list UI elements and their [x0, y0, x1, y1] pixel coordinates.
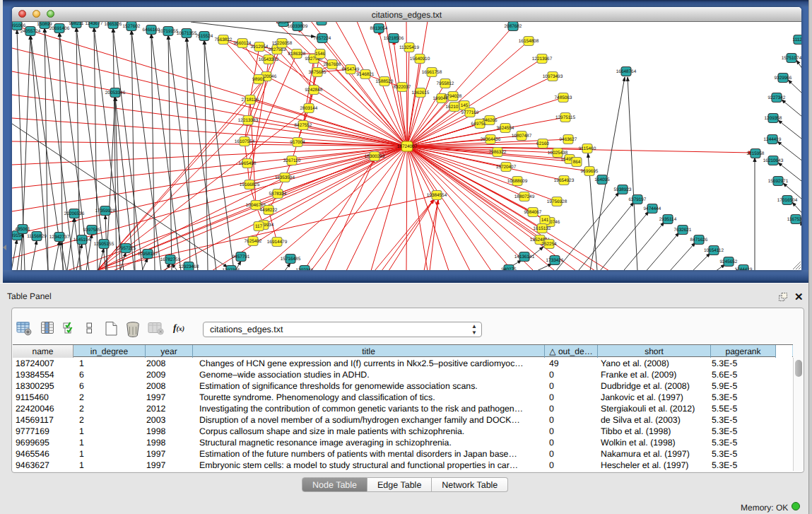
svg-text:5878334: 5878334 — [269, 192, 287, 197]
svg-text:20691406: 20691406 — [49, 26, 70, 31]
svg-text:19756928: 19756928 — [547, 199, 567, 204]
svg-text:12905155: 12905155 — [94, 242, 114, 247]
svg-text:9699695: 9699695 — [581, 169, 599, 174]
svg-text:19218506: 19218506 — [384, 36, 404, 41]
svg-text:9463627: 9463627 — [560, 137, 577, 142]
svg-text:8186328: 8186328 — [288, 52, 306, 57]
svg-text:16961758: 16961758 — [422, 70, 442, 75]
svg-text:17359928: 17359928 — [95, 209, 116, 214]
svg-text:15640910: 15640910 — [410, 57, 430, 62]
svg-text:8813054: 8813054 — [370, 26, 388, 31]
svg-text:20206536: 20206536 — [64, 211, 85, 216]
svg-text:8427552: 8427552 — [295, 123, 312, 128]
svg-text:2867608: 2867608 — [324, 62, 341, 67]
svg-text:252254: 252254 — [541, 242, 557, 247]
svg-text:1588520: 1588520 — [376, 79, 394, 84]
svg-text:16648764: 16648764 — [616, 69, 637, 74]
svg-text:16107554: 16107554 — [235, 139, 255, 144]
svg-text:7632621: 7632621 — [674, 228, 692, 233]
svg-text:7857224: 7857224 — [314, 36, 331, 41]
svg-text:2803144: 2803144 — [300, 106, 318, 111]
svg-text:8454749: 8454749 — [342, 67, 360, 72]
svg-text:9474444: 9474444 — [644, 206, 661, 211]
svg-text:98901: 98901 — [252, 77, 265, 82]
svg-text:7563822: 7563822 — [215, 37, 233, 42]
svg-text:8471626: 8471626 — [690, 238, 708, 243]
svg-text:1244419: 1244419 — [735, 267, 753, 270]
svg-text:9827503: 9827503 — [269, 47, 286, 52]
svg-text:10958137: 10958137 — [138, 252, 158, 257]
svg-text:6379197: 6379197 — [629, 197, 647, 202]
svg-text:1546: 1546 — [315, 52, 326, 57]
svg-text:16210643: 16210643 — [763, 158, 784, 163]
svg-text:1065326: 1065326 — [105, 22, 122, 27]
svg-text:2991066: 2991066 — [12, 23, 26, 28]
svg-text:18724007: 18724007 — [397, 144, 418, 149]
svg-text:9777169: 9777169 — [461, 110, 479, 115]
svg-text:9115460: 9115460 — [579, 146, 596, 151]
svg-text:435061: 435061 — [15, 227, 30, 232]
svg-text:4498222: 4498222 — [260, 208, 278, 213]
svg-text:16782759: 16782759 — [160, 257, 181, 262]
svg-text:10688609: 10688609 — [507, 179, 528, 184]
svg-text:18807249: 18807249 — [514, 194, 535, 199]
svg-text:10807487: 10807487 — [512, 134, 532, 139]
svg-text:11156829: 11156829 — [27, 234, 47, 239]
svg-text:1209358: 1209358 — [765, 116, 782, 121]
svg-text:11123: 11123 — [793, 37, 801, 42]
svg-text:3875685: 3875685 — [309, 70, 326, 75]
svg-text:24055724: 24055724 — [20, 29, 41, 34]
svg-text:10654112: 10654112 — [704, 248, 724, 253]
svg-text:18300293: 18300293 — [365, 154, 385, 159]
svg-text:1243677: 1243677 — [86, 22, 103, 26]
svg-text:7625402: 7625402 — [245, 239, 262, 244]
svg-text:39154: 39154 — [12, 233, 23, 238]
svg-text:19166825: 19166825 — [240, 182, 260, 187]
svg-text:1615132: 1615132 — [534, 226, 551, 231]
svg-text:19384554: 19384554 — [427, 193, 447, 198]
svg-text:3912954: 3912954 — [251, 45, 269, 49]
svg-text:6794028: 6794028 — [445, 94, 462, 99]
svg-text:3267110: 3267110 — [283, 158, 301, 163]
svg-text:1733426: 1733426 — [546, 258, 564, 263]
svg-text:16033809: 16033809 — [288, 24, 308, 29]
svg-text:12342737: 12342737 — [49, 235, 70, 240]
svg-text:1965498: 1965498 — [239, 161, 257, 166]
svg-text:3624554: 3624554 — [497, 126, 514, 131]
svg-text:11353594: 11353594 — [275, 175, 295, 180]
svg-text:117: 117 — [255, 224, 263, 229]
svg-text:7485063: 7485063 — [555, 95, 572, 100]
svg-text:20364436: 20364436 — [481, 137, 501, 142]
svg-text:12213967: 12213967 — [532, 57, 553, 62]
svg-text:9146821: 9146821 — [357, 72, 375, 77]
svg-text:940275: 940275 — [501, 267, 517, 270]
svg-text:1145194: 1145194 — [73, 238, 91, 243]
svg-text:8322037: 8322037 — [394, 85, 411, 90]
svg-text:12975115: 12975115 — [555, 115, 575, 120]
svg-text:93752: 93752 — [315, 22, 328, 23]
svg-text:20053346: 20053346 — [105, 90, 126, 95]
svg-text:1292346: 1292346 — [223, 268, 240, 270]
svg-text:9227342: 9227342 — [768, 95, 786, 100]
svg-text:7955812: 7955812 — [437, 81, 454, 86]
svg-text:17016504: 17016504 — [777, 198, 798, 203]
svg-text:141: 141 — [541, 218, 549, 223]
svg-text:19654923: 19654923 — [554, 178, 575, 183]
svg-text:15716485: 15716485 — [281, 257, 301, 262]
svg-text:62160: 62160 — [536, 141, 549, 146]
svg-text:1527602: 1527602 — [123, 24, 141, 29]
svg-text:14136141: 14136141 — [514, 255, 535, 259]
svg-text:5938923: 5938923 — [614, 187, 632, 192]
svg-text:12923468: 12923468 — [179, 264, 199, 269]
svg-text:15692971: 15692971 — [768, 179, 789, 184]
svg-text:9660124: 9660124 — [234, 41, 252, 46]
svg-text:15720407: 15720407 — [496, 165, 517, 170]
svg-text:17957225: 17957225 — [116, 246, 136, 251]
svg-text:7515524: 7515524 — [196, 34, 213, 39]
svg-text:16914479: 16914479 — [267, 240, 288, 245]
svg-text:9329966: 9329966 — [775, 76, 792, 81]
svg-text:9457791: 9457791 — [233, 255, 250, 259]
svg-text:12213383: 12213383 — [238, 118, 259, 123]
svg-text:1244419: 1244419 — [764, 137, 782, 142]
svg-text:2718126: 2718126 — [242, 98, 259, 103]
